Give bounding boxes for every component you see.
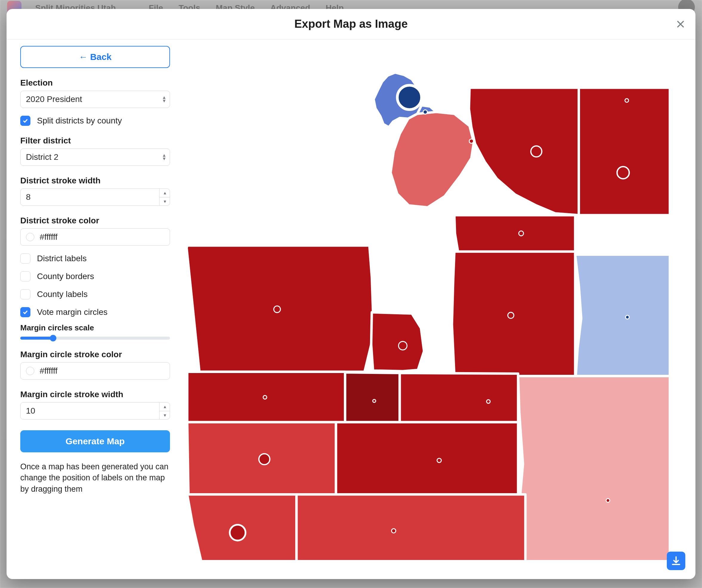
filter-district-value: District 2: [26, 152, 58, 162]
chevron-updown-icon: ▴▾: [163, 153, 165, 161]
margin-circle-9[interactable]: [508, 312, 514, 318]
margin-circle-16[interactable]: [230, 525, 245, 541]
margin-circle-4[interactable]: [617, 167, 629, 179]
region-n-redlight[interactable]: [391, 112, 474, 208]
election-value: 2020 President: [26, 95, 82, 104]
stroke-color-input[interactable]: #ffffff: [20, 228, 170, 246]
election-label: Election: [20, 78, 164, 88]
region-east-blue-strip[interactable]: [575, 255, 670, 376]
region-center-darker[interactable]: [345, 372, 399, 422]
margin-stroke-width-label: Margin circle stroke width: [20, 390, 164, 399]
region-center-mid-row[interactable]: [399, 373, 518, 422]
map-preview[interactable]: [173, 39, 695, 579]
margin-circle-7[interactable]: [274, 306, 280, 313]
field-stroke-width: District stroke width 8 ▴ ▾: [20, 176, 164, 206]
margin-circle-8[interactable]: [398, 341, 407, 350]
slider-fill: [20, 337, 53, 340]
margin-circle-17[interactable]: [391, 528, 396, 533]
check-icon: [22, 309, 29, 316]
map-svg[interactable]: [177, 51, 678, 561]
margin-circle-3[interactable]: [531, 146, 542, 157]
close-button[interactable]: [675, 18, 687, 30]
modal-header: Export Map as Image: [7, 9, 695, 39]
download-button[interactable]: [667, 552, 685, 570]
election-select[interactable]: 2020 President ▴▾: [20, 91, 170, 108]
filter-district-select[interactable]: District 2 ▴▾: [20, 148, 170, 166]
margin-circle-10[interactable]: [626, 316, 629, 319]
close-icon: [676, 19, 685, 29]
margin-stroke-color-label: Margin circle stroke color: [20, 350, 164, 359]
check-icon: [22, 117, 29, 124]
stroke-width-spinner[interactable]: ▴ ▾: [159, 189, 170, 206]
slider-thumb[interactable]: [50, 335, 56, 341]
back-label: Back: [90, 52, 112, 62]
split-by-county-label: Split districts by county: [37, 116, 122, 126]
margin-circle-18[interactable]: [606, 498, 610, 502]
chevron-updown-icon: ▴▾: [163, 96, 165, 103]
arrow-left-icon: ←: [79, 52, 88, 62]
margin-scale-label: Margin circles scale: [20, 323, 164, 333]
margin-circles-checkbox[interactable]: [20, 307, 30, 317]
export-modal: Export Map as Image ← Back Election 2020…: [7, 9, 695, 579]
chevron-down-icon[interactable]: ▾: [159, 197, 170, 206]
county-borders-label: County borders: [37, 272, 94, 281]
color-swatch-icon: [26, 233, 34, 241]
stroke-width-value: 8: [26, 192, 31, 202]
filter-district-label: Filter district: [20, 136, 164, 145]
field-filter-district: Filter district District 2 ▴▾: [20, 136, 164, 166]
back-button[interactable]: ← Back: [20, 46, 170, 68]
region-s-bottom[interactable]: [297, 494, 525, 561]
stroke-width-label: District stroke width: [20, 176, 164, 186]
chevron-down-icon[interactable]: ▾: [159, 411, 170, 420]
field-margin-stroke-color: Margin circle stroke color #ffffff: [20, 350, 164, 380]
margin-circle-5[interactable]: [625, 99, 629, 102]
region-east-pale[interactable]: [518, 376, 670, 561]
district-labels-label: District labels: [37, 254, 87, 263]
margin-circle-13[interactable]: [487, 400, 490, 403]
margin-circle-0[interactable]: [397, 85, 422, 109]
field-stroke-color: District stroke color #ffffff: [20, 216, 164, 246]
color-swatch-icon: [26, 367, 34, 375]
county-labels-label: County labels: [37, 289, 88, 299]
margin-circle-11[interactable]: [263, 395, 267, 399]
county-borders-checkbox[interactable]: [20, 271, 30, 281]
export-sidebar: ← Back Election 2020 President ▴▾ Split …: [7, 39, 173, 579]
hint-text: Once a map has been generated you can ch…: [20, 461, 170, 495]
stroke-width-input[interactable]: 8: [20, 189, 170, 206]
modal-title: Export Map as Image: [295, 18, 407, 30]
region-south-central[interactable]: [336, 422, 518, 494]
margin-stroke-color-input[interactable]: #ffffff: [20, 362, 170, 380]
district-labels-checkbox[interactable]: [20, 253, 30, 264]
margin-circle-14[interactable]: [259, 454, 270, 465]
margin-circle-15[interactable]: [437, 458, 441, 462]
margin-circle-6[interactable]: [518, 231, 523, 236]
county-labels-checkbox[interactable]: [20, 289, 30, 300]
margin-scale-slider[interactable]: [20, 337, 170, 340]
chevron-up-icon[interactable]: ▴: [159, 189, 170, 197]
region-ne-top-left[interactable]: [469, 88, 579, 215]
margin-stroke-width-spinner[interactable]: ▴ ▾: [159, 402, 170, 420]
chevron-up-icon[interactable]: ▴: [159, 402, 170, 411]
margin-circle-12[interactable]: [373, 399, 376, 402]
field-margin-stroke-width: Margin circle stroke width 10 ▴ ▾: [20, 390, 164, 420]
download-icon: [671, 556, 681, 566]
margin-stroke-width-input[interactable]: 10: [20, 402, 170, 420]
stroke-color-value: #ffffff: [40, 232, 57, 242]
region-mid-strip[interactable]: [455, 215, 575, 252]
map-regions: [187, 73, 670, 561]
region-ne-top-right[interactable]: [579, 88, 670, 215]
margin-stroke-width-value: 10: [26, 406, 35, 416]
margin-stroke-color-value: #ffffff: [40, 366, 57, 376]
margin-circle-2[interactable]: [469, 139, 473, 143]
stroke-color-label: District stroke color: [20, 216, 164, 225]
margin-circle-1[interactable]: [423, 110, 427, 114]
margin-circles-label: Vote margin circles: [37, 308, 108, 317]
region-center-upper[interactable]: [371, 312, 424, 371]
field-election: Election 2020 President ▴▾: [20, 78, 164, 108]
generate-map-button[interactable]: Generate Map: [20, 430, 170, 452]
split-by-county-checkbox[interactable]: [20, 116, 30, 126]
